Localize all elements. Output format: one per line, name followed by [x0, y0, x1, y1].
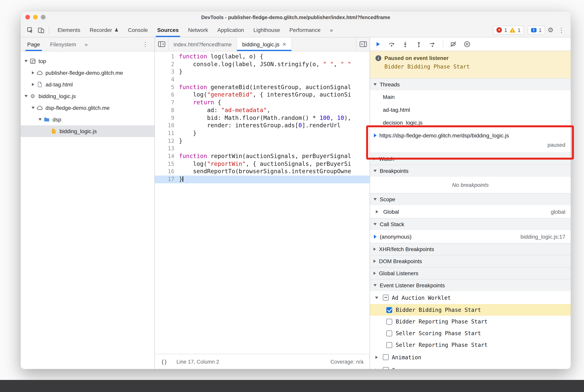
expand-icon[interactable]: [30, 107, 36, 109]
code-text[interactable]: }: [179, 137, 370, 145]
deactivate-breakpoints-button[interactable]: [450, 41, 457, 47]
line-number[interactable]: 4: [155, 76, 179, 84]
close-tab-icon[interactable]: ×: [282, 41, 286, 48]
line-number[interactable]: 11: [155, 130, 179, 137]
editor-tab-index-html[interactable]: index.html?fencedframe: [168, 37, 237, 51]
collapse-icon[interactable]: [374, 356, 380, 359]
code-text[interactable]: function generateBid(interestGroup, auct…: [179, 84, 370, 91]
hide-navigator-button[interactable]: [155, 37, 168, 51]
open-preview-button[interactable]: [356, 37, 370, 51]
inspect-element-button[interactable]: [24, 24, 35, 36]
tree-item-publisher-domain[interactable]: publisher-fledge-demo.glitch.me: [21, 67, 154, 79]
xhr-breakpoints-header[interactable]: XHR/fetch Breakpoints: [370, 243, 571, 255]
console-status-button[interactable]: × 1 ! 1: [493, 26, 524, 34]
breakpoints-header[interactable]: Breakpoints: [370, 165, 571, 177]
minimize-window-button[interactable]: [33, 15, 38, 20]
navigator-menu-icon[interactable]: ⋮: [138, 41, 153, 48]
close-window-button[interactable]: [25, 15, 30, 20]
tab-page[interactable]: Page: [22, 37, 45, 51]
settings-gear-icon[interactable]: ⚙: [545, 24, 556, 36]
code-text[interactable]: return {: [179, 99, 370, 106]
elb-group-canvas[interactable]: Canvas: [370, 364, 571, 369]
code-editor[interactable]: 1function log(label, o) {2 console.log(l…: [155, 52, 370, 354]
line-number[interactable]: 9: [155, 114, 179, 122]
code-text[interactable]: function log(label, o) {: [179, 53, 370, 60]
device-toolbar-button[interactable]: [35, 24, 46, 36]
editor-tab-bidding-logic[interactable]: bidding_logic.js ×: [237, 37, 292, 51]
tree-item-dsp-folder[interactable]: dsp: [21, 114, 154, 125]
code-text[interactable]: }: [179, 176, 370, 183]
thread-item[interactable]: Main: [370, 90, 571, 103]
resume-button[interactable]: [375, 41, 381, 47]
tree-item-bidding-worklet[interactable]: ⚙ bidding_logic.js: [21, 90, 154, 102]
line-number[interactable]: 7: [155, 99, 179, 106]
expand-icon[interactable]: [374, 296, 380, 299]
issues-button[interactable]: 1 1: [528, 26, 545, 34]
code-text[interactable]: [179, 145, 370, 152]
scope-global-row[interactable]: Global global: [370, 205, 571, 218]
pause-on-exceptions-button[interactable]: [464, 41, 470, 47]
call-stack-header[interactable]: Call Stack: [370, 218, 571, 230]
elb-group-animation[interactable]: Animation: [370, 351, 571, 364]
line-number[interactable]: 6: [155, 91, 179, 99]
code-text[interactable]: function reportWin(auctionSignals, perBu…: [179, 152, 370, 160]
collapse-icon[interactable]: [374, 368, 380, 369]
code-text[interactable]: log("reportWin", { auctionSignals, perBu…: [179, 160, 370, 168]
dom-breakpoints-header[interactable]: DOM Breakpoints: [370, 255, 571, 267]
tab-network[interactable]: Network: [183, 23, 213, 37]
step-out-button[interactable]: [416, 41, 422, 47]
checkbox-ad-auction-worklet[interactable]: [383, 295, 389, 300]
elb-child-row[interactable]: Bidder Reporting Phase Start: [370, 316, 571, 328]
line-number[interactable]: 15: [155, 160, 179, 168]
line-number[interactable]: 10: [155, 122, 179, 130]
checkbox-canvas[interactable]: [383, 367, 389, 369]
breakpoint-checkbox[interactable]: [386, 342, 392, 348]
tree-item-dsp-domain[interactable]: dsp-fledge-demo.glitch.me: [21, 102, 154, 114]
collapse-icon[interactable]: [30, 83, 36, 86]
call-stack-frame[interactable]: (anonymous) bidding_logic.js:17: [370, 230, 571, 243]
code-text[interactable]: [179, 76, 370, 84]
expand-icon[interactable]: [23, 95, 29, 97]
expand-icon[interactable]: [37, 118, 43, 121]
elb-child-row[interactable]: Bidder Bidding Phase Start: [370, 304, 571, 316]
more-navigator-tabs-button[interactable]: »: [81, 41, 91, 47]
tree-item-top[interactable]: top: [21, 55, 154, 67]
line-number[interactable]: 17: [155, 176, 179, 183]
code-text[interactable]: }: [179, 68, 370, 76]
tab-elements[interactable]: Elements: [53, 23, 85, 37]
line-number[interactable]: 12: [155, 137, 179, 145]
breakpoint-checkbox[interactable]: [386, 330, 392, 336]
more-options-icon[interactable]: ⋮: [556, 24, 567, 36]
expand-icon[interactable]: [23, 60, 29, 62]
tab-lighthouse[interactable]: Lighthouse: [249, 23, 285, 37]
elb-child-row[interactable]: Seller Reporting Phase Start: [370, 339, 571, 351]
code-text[interactable]: sendReportTo(browserSignals.interestGrou…: [179, 168, 370, 176]
line-number[interactable]: 1: [155, 53, 179, 60]
code-text[interactable]: console.log(label, JSON.stringify(o, " "…: [179, 60, 370, 68]
line-number[interactable]: 8: [155, 107, 179, 114]
step-button[interactable]: [429, 41, 436, 47]
collapse-icon[interactable]: [374, 210, 380, 213]
code-text[interactable]: ad: "ad-metadata",: [179, 107, 370, 114]
thread-item[interactable]: ad-tag.html: [370, 103, 571, 116]
tab-sources[interactable]: Sources: [152, 23, 183, 37]
tab-application[interactable]: Application: [213, 23, 249, 37]
checkbox-animation[interactable]: [383, 354, 389, 360]
scope-header[interactable]: Scope: [370, 194, 571, 205]
tab-recorder[interactable]: Recorder♟: [85, 23, 123, 37]
tab-console[interactable]: Console: [123, 23, 152, 37]
step-into-button[interactable]: [402, 41, 409, 47]
line-number[interactable]: 5: [155, 84, 179, 91]
breakpoint-checkbox[interactable]: [386, 318, 392, 324]
breakpoint-checkbox[interactable]: [386, 307, 392, 313]
tree-item-bidding-logic-file[interactable]: bidding_logic.js: [21, 125, 154, 137]
line-number[interactable]: 2: [155, 60, 179, 68]
code-text[interactable]: }: [179, 130, 370, 137]
elb-child-row[interactable]: Seller Scoring Phase Start: [370, 328, 571, 339]
code-text[interactable]: render: interestGroup.ads[0].renderUrl: [179, 122, 370, 130]
more-panels-button[interactable]: »: [325, 23, 338, 37]
code-text[interactable]: bid: Math.floor(Math.random() * 100, 10)…: [179, 114, 370, 122]
tab-performance[interactable]: Performance: [285, 23, 325, 37]
line-number[interactable]: 13: [155, 145, 179, 152]
zoom-window-button[interactable]: [41, 15, 45, 20]
